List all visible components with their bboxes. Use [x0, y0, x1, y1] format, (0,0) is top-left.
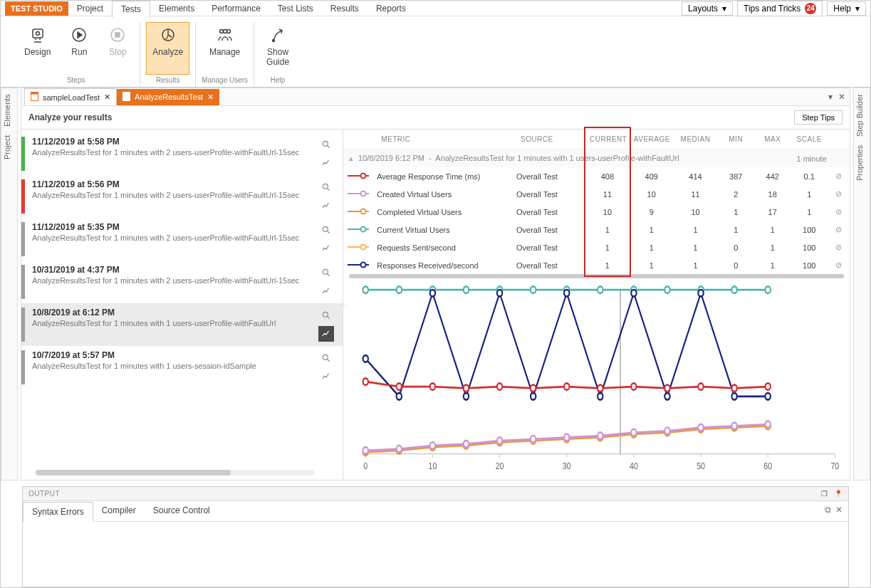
svg-point-50: [363, 286, 368, 293]
metrics-horizontal-scrollbar[interactable]: [349, 274, 844, 278]
run-item[interactable]: 10/7/2019 at 5:57 PMAnalyzeResultsTest f…: [21, 346, 343, 389]
ribbon-analyze[interactable]: Analyze: [146, 22, 189, 75]
cell-median: 10: [674, 203, 718, 221]
ribbon-show-guide[interactable]: ShowGuide: [260, 22, 296, 75]
col-median[interactable]: MEDIAN: [674, 130, 718, 149]
document-icon: [122, 92, 130, 103]
cell-source: Overall Test: [512, 256, 585, 274]
rail-step-builder[interactable]: Step Builder: [855, 94, 868, 137]
chart-icon[interactable]: [318, 198, 334, 214]
svg-point-71: [631, 290, 636, 296]
search-icon[interactable]: [318, 350, 334, 366]
tab-analyzeresultstest[interactable]: AnalyzeResultsTest✕: [117, 89, 219, 105]
cell-name: Average Response Time (ms): [372, 167, 512, 185]
cell-current: 11: [585, 185, 630, 203]
svg-point-21: [361, 173, 366, 178]
run-icon: [69, 26, 89, 44]
col-scale[interactable]: SCALE: [791, 130, 828, 149]
run-timestamp: 11/12/2019 at 5:56 PM: [32, 179, 313, 189]
menu-reports[interactable]: Reports: [367, 1, 414, 16]
search-icon[interactable]: [318, 179, 334, 195]
help-dropdown[interactable]: Help▾: [827, 1, 866, 16]
tabs-menu-icon[interactable]: ▾: [828, 92, 833, 102]
delete-icon[interactable]: ⊘: [835, 225, 842, 233]
metrics-group-header[interactable]: ▴ 10/8/2019 6:12 PM - AnalyzeResultsTest…: [343, 149, 791, 168]
svg-point-113: [731, 423, 736, 429]
menu-performance[interactable]: Performance: [203, 1, 269, 16]
run-item[interactable]: 11/12/2019 at 5:56 PMAnalyzeResultsTest …: [21, 175, 343, 218]
output-tab-source-control[interactable]: Source Control: [145, 501, 219, 521]
search-icon[interactable]: [318, 265, 334, 280]
output-tab-compiler[interactable]: Compiler: [93, 501, 145, 521]
run-item[interactable]: 11/12/2019 at 5:58 PMAnalyzeResultsTest …: [21, 132, 343, 175]
run-item[interactable]: 10/8/2019 at 6:12 PMAnalyzeResultsTest f…: [21, 303, 343, 346]
cell-current: 408: [585, 167, 630, 185]
layouts-dropdown[interactable]: Layouts▾: [682, 1, 733, 16]
close-icon[interactable]: ✕: [207, 93, 214, 102]
ribbon-run[interactable]: Run: [63, 22, 95, 75]
run-description: AnalyzeResultsTest for 1 minutes with 2 …: [32, 233, 313, 242]
svg-point-75: [765, 393, 770, 399]
menu-results[interactable]: Results: [322, 1, 367, 16]
chart-icon[interactable]: [318, 241, 334, 256]
collapse-icon[interactable]: ▴: [349, 154, 353, 162]
menu-test-lists[interactable]: Test Lists: [269, 1, 322, 16]
step-tips-button[interactable]: Step Tips: [794, 110, 843, 125]
svg-point-61: [731, 286, 736, 293]
search-icon[interactable]: [318, 308, 334, 323]
ribbon-group-label: Manage Users: [202, 75, 248, 87]
run-status-bar: [21, 222, 25, 256]
chart-icon[interactable]: [318, 155, 334, 171]
delete-icon[interactable]: ⊘: [835, 189, 842, 198]
tips-button[interactable]: Tips and Tricks24: [737, 1, 823, 16]
chart-icon[interactable]: [318, 326, 334, 342]
rail-properties[interactable]: Properties: [855, 145, 868, 181]
search-icon[interactable]: [318, 137, 334, 152]
svg-point-1: [36, 32, 39, 36]
run-item[interactable]: 10/31/2019 at 4:37 PMAnalyzeResultsTest …: [21, 261, 343, 303]
search-icon[interactable]: [318, 222, 334, 238]
svg-point-29: [361, 244, 366, 249]
rail-elements[interactable]: Elements: [3, 94, 16, 127]
cell-average: 409: [630, 167, 674, 185]
close-icon[interactable]: ✕: [104, 93, 110, 102]
output-tab-syntax-errors[interactable]: Syntax Errors: [23, 502, 93, 522]
chart-icon[interactable]: [318, 369, 334, 384]
output-restore-icon[interactable]: ❐: [821, 490, 828, 498]
svg-point-77: [397, 383, 402, 389]
col-max[interactable]: MAX: [754, 130, 791, 149]
col-min[interactable]: MIN: [717, 130, 754, 149]
svg-point-67: [497, 290, 502, 296]
delete-icon[interactable]: ⊘: [835, 243, 842, 251]
cell-source: Overall Test: [512, 185, 585, 203]
col-current[interactable]: CURRENT: [585, 130, 630, 149]
tab-sampleloadtest[interactable]: sampleLoadTest✕: [24, 88, 117, 105]
delete-icon[interactable]: ⊘: [835, 261, 842, 269]
chart-icon[interactable]: [318, 283, 334, 299]
tabs-close-icon[interactable]: ✕: [838, 92, 845, 102]
delete-icon[interactable]: ⊘: [835, 207, 842, 216]
output-pin-icon[interactable]: 📍: [834, 490, 843, 498]
svg-point-64: [397, 393, 402, 399]
cell-min: 387: [717, 167, 754, 185]
col-metric[interactable]: METRIC: [372, 130, 512, 149]
ribbon-design[interactable]: Design: [18, 22, 57, 75]
output-clear-icon[interactable]: ✕: [835, 505, 843, 515]
ribbon-manage[interactable]: Manage: [203, 22, 246, 75]
ribbon: DesignRunStopStepsAnalyzeResultsManageMa…: [1, 16, 870, 88]
runs-horizontal-scrollbar[interactable]: [36, 470, 314, 476]
menu-project[interactable]: Project: [68, 1, 112, 16]
menu-elements[interactable]: Elements: [150, 1, 203, 16]
right-rail: PropertiesStep Builder: [853, 88, 870, 481]
run-item[interactable]: 11/12/2019 at 5:35 PMAnalyzeResultsTest …: [21, 218, 343, 261]
metrics-row: Created Virtual UsersOverall Test1110112…: [343, 185, 850, 203]
output-copy-icon[interactable]: ⧉: [825, 505, 831, 515]
delete-icon[interactable]: ⊘: [835, 172, 842, 180]
cell-source: Overall Test: [512, 221, 585, 238]
run-description: AnalyzeResultsTest for 1 minutes with 2 …: [32, 191, 313, 199]
rail-project[interactable]: Project: [3, 135, 16, 159]
col-average[interactable]: AVERAGE: [630, 130, 674, 149]
col-source[interactable]: SOURCE: [512, 130, 585, 149]
run-status-bar: [21, 137, 25, 171]
menu-tests[interactable]: Tests: [112, 1, 150, 18]
